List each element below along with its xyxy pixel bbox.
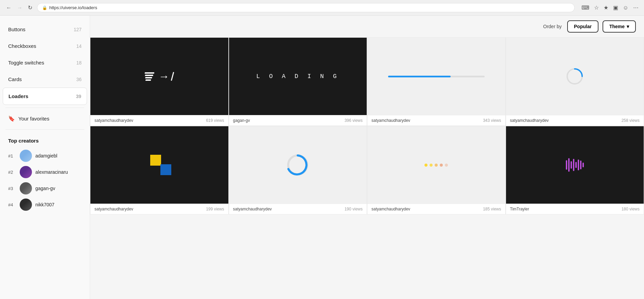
card-author: satyamchaudharydev <box>371 118 410 123</box>
card-preview-2: L O A D I N G <box>229 38 367 115</box>
theme-label: Theme <box>609 24 625 29</box>
sidebar-item-cards[interactable]: Cards 36 <box>0 71 90 88</box>
card-author: satyamchaudharydev <box>233 207 272 211</box>
favorites-star-button[interactable]: ☆ <box>593 3 600 12</box>
card-footer-6: satyamchaudharydev 190 views <box>229 204 367 214</box>
sidebar-item-label: Checkboxes <box>8 43 36 49</box>
card-preview-5 <box>90 126 228 204</box>
card-views: 396 views <box>345 118 363 123</box>
card-footer-1: satyamchaudharydev 619 views <box>90 115 228 126</box>
favorites-label: Your favorites <box>18 116 49 122</box>
wavy-line <box>145 79 151 81</box>
creator-item-2[interactable]: #2 alexmaracinaru <box>8 164 82 180</box>
browser-actions: ⌨ ☆ ★ ▣ ☺ ⋯ <box>580 3 640 12</box>
sidebar-item-checkboxes[interactable]: Checkboxes 14 <box>0 38 90 54</box>
profile-button[interactable]: ☺ <box>622 3 630 12</box>
creator-name: alexmaracinaru <box>35 169 68 175</box>
dot-3 <box>435 164 438 167</box>
wavy-loader-preview: → <box>145 71 173 82</box>
read-aloud-button[interactable]: ⌨ <box>580 3 591 12</box>
card-views: 258 views <box>622 118 640 123</box>
creator-rank: #1 <box>8 153 16 158</box>
wave-bar-3 <box>571 161 572 169</box>
card-author: TimTrayler <box>510 207 529 211</box>
favorites-item[interactable]: 🔖 Your favorites <box>0 111 90 127</box>
card-footer-5: satyamchaudharydev 199 views <box>90 204 228 214</box>
chevron-down-icon: ▾ <box>627 24 629 29</box>
loader-card-1[interactable]: → satyamchaudharydev 619 views <box>90 37 229 126</box>
card-footer-4: satyamchaudharydev 258 views <box>506 115 644 126</box>
avatar <box>20 199 32 211</box>
loaders-grid: → satyamchaudharydev 619 views L O A D I… <box>90 37 644 220</box>
card-footer-3: satyamchaudharydev 343 views <box>367 115 505 126</box>
sidebar-item-count: 36 <box>76 77 82 82</box>
loader-card-5[interactable]: satyamchaudharydev 199 views <box>90 126 229 214</box>
more-button[interactable]: ⋯ <box>632 3 640 12</box>
square-yellow <box>150 155 161 166</box>
dots-loader <box>424 164 448 167</box>
lock-icon: 🔒 <box>42 5 47 10</box>
squares-loader <box>147 155 171 175</box>
card-preview-4 <box>506 38 644 115</box>
sidebar-item-count: 39 <box>76 94 81 99</box>
wavy-line <box>145 75 154 76</box>
wavy-line <box>145 72 155 74</box>
loader-card-4[interactable]: satyamchaudharydev 258 views <box>506 37 644 126</box>
loader-card-3[interactable]: satyamchaudharydev 343 views <box>367 37 506 126</box>
top-creators-title: Top creators <box>8 138 82 144</box>
sidebar-item-count: 18 <box>76 60 82 66</box>
dot-1 <box>424 164 428 167</box>
reload-button[interactable]: ↻ <box>26 3 34 12</box>
back-button[interactable]: ← <box>4 3 14 12</box>
collections-button[interactable]: ▣ <box>612 3 620 12</box>
creator-name: nikk7007 <box>35 202 54 207</box>
spinner-arc-svg <box>564 66 585 87</box>
wavy-lines <box>145 72 156 81</box>
card-footer-8: TimTrayler 180 views <box>506 204 644 214</box>
creator-rank: #2 <box>8 170 16 175</box>
popular-button[interactable]: Popular <box>567 20 598 33</box>
sidebar-separator-2 <box>5 129 84 130</box>
sidebar-item-count: 127 <box>74 27 82 32</box>
sidebar-item-count: 14 <box>76 43 82 49</box>
loader-card-7[interactable]: satyamchaudharydev 185 views <box>367 126 506 214</box>
progress-bar-fill <box>388 76 451 77</box>
creator-name: adamgiebl <box>35 153 57 158</box>
sidebar-item-buttons[interactable]: Buttons 127 <box>0 21 90 38</box>
dot-5 <box>445 164 448 167</box>
card-views: 343 views <box>483 118 501 123</box>
cursor-line <box>171 72 174 81</box>
creator-name: gagan-gv <box>35 186 55 191</box>
card-views: 185 views <box>483 207 501 211</box>
sidebar: Buttons 127 Checkboxes 14 Toggle switche… <box>0 16 90 299</box>
forward-button[interactable]: → <box>15 3 24 12</box>
sidebar-item-loaders[interactable]: Loaders 39 <box>3 88 87 105</box>
ring-loader-svg <box>286 153 310 177</box>
card-author: gagan-gv <box>233 118 250 123</box>
card-author: satyamchaudharydev <box>94 118 133 123</box>
creator-item-1[interactable]: #1 adamgiebl <box>8 148 82 164</box>
address-bar[interactable]: 🔒 https://uiverse.io/loaders <box>37 3 575 12</box>
creator-item-3[interactable]: #3 gagan-gv <box>8 180 82 197</box>
order-by-label: Order by <box>543 24 561 29</box>
wave-bar-7 <box>580 161 581 169</box>
theme-button[interactable]: Theme ▾ <box>603 20 636 33</box>
creator-item-4[interactable]: #4 nikk7007 <box>8 197 82 213</box>
avatar <box>20 150 32 162</box>
sidebar-item-label: Toggle switches <box>8 60 44 66</box>
popular-label: Popular <box>574 24 592 29</box>
card-preview-7 <box>367 126 505 204</box>
sidebar-separator <box>5 108 84 108</box>
card-views: 199 views <box>206 207 224 211</box>
sidebar-item-toggle-switches[interactable]: Toggle switches 18 <box>0 54 90 71</box>
card-footer-7: satyamchaudharydev 185 views <box>367 204 505 214</box>
loader-card-2[interactable]: L O A D I N G gagan-gv 396 views <box>229 37 367 126</box>
card-author: satyamchaudharydev <box>94 207 133 211</box>
square-blue <box>160 164 171 175</box>
content-header: Order by Popular Theme ▾ <box>90 16 644 37</box>
card-footer-2: gagan-gv 396 views <box>229 115 367 126</box>
loader-card-6[interactable]: satyamchaudharydev 190 views <box>229 126 367 214</box>
loader-card-8[interactable]: TimTrayler 180 views <box>506 126 644 214</box>
star-button[interactable]: ★ <box>602 3 610 12</box>
wave-bar-5 <box>575 162 577 168</box>
